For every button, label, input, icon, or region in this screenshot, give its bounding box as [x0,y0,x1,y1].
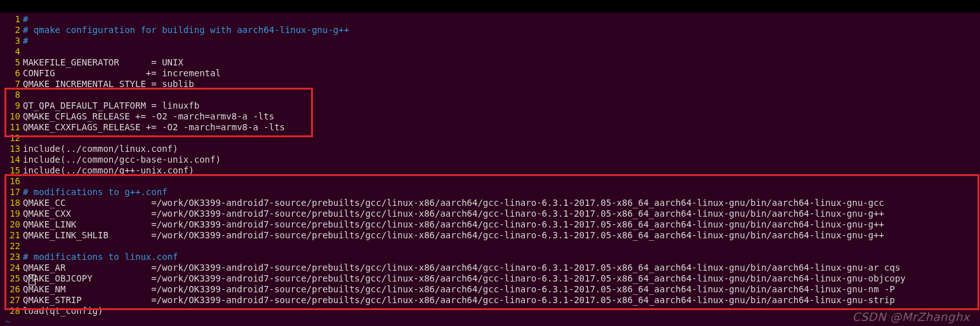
line-content[interactable]: QMAKE_CC =/work/OK3399-android7-source/p… [23,198,884,208]
line-number: 6 [0,68,23,79]
line-content[interactable]: include(../common/g++-unix.conf) [23,165,194,176]
code-line[interactable]: 26QMAKE_NM =/work/OK3399-android7-source… [0,284,980,295]
line-number: 4 [0,46,23,57]
line-number: 25 [0,273,23,284]
code-line[interactable]: 4 [0,46,980,57]
code-line[interactable]: 25QMAKE_OBJCOPY =/work/OK3399-android7-s… [0,273,980,284]
code-line[interactable]: 20QMAKE_LINK =/work/OK3399-android7-sour… [0,219,980,230]
line-number: 24 [0,262,23,273]
code-line[interactable]: 23# modifications to linux.conf [0,252,980,262]
line-content[interactable]: # modifications to linux.conf [23,252,178,262]
code-line[interactable]: 8 [0,90,980,100]
line-number: 2 [0,25,23,36]
line-number: 1 [0,14,23,25]
line-number: 10 [0,111,23,122]
line-content[interactable]: QMAKE_CFLAGS_RELEASE += -O2 -march=armv8… [23,111,274,122]
code-line[interactable]: 6CONFIG += incremental [0,68,980,79]
line-number: 17 [0,187,23,198]
code-line[interactable]: 22 [0,241,980,252]
line-number: 28 [0,306,23,316]
line-content[interactable]: # modifications to g++.conf [23,187,168,198]
line-number: 8 [0,90,23,100]
code-line[interactable]: 19QMAKE_CXX =/work/OK3399-android7-sourc… [0,208,980,219]
line-number: 27 [0,295,23,306]
line-content[interactable]: QMAKE_INCREMENTAL_STYLE = sublib [23,79,194,90]
line-content[interactable]: include(../common/linux.conf) [23,144,178,154]
line-number: 13 [0,144,23,154]
line-content[interactable]: QMAKE_CXXFLAGS_RELEASE += -O2 -march=arm… [23,122,285,133]
line-content[interactable]: QMAKE_NM =/work/OK3399-android7-source/p… [23,284,895,295]
line-content[interactable]: QT_QPA_DEFAULT_PLATFORM = linuxfb [23,100,199,111]
line-number: 16 [0,176,23,187]
code-line[interactable]: 5MAKEFILE_GENERATOR = UNIX [0,57,980,68]
line-content[interactable]: # qmake configuration for building with … [23,25,349,36]
line-number: 26 [0,284,23,295]
line-number: 18 [0,198,23,208]
code-line[interactable]: 10QMAKE_CFLAGS_RELEASE += -O2 -march=arm… [0,111,980,122]
line-content[interactable]: include(../common/gcc-base-unix.conf) [23,154,221,165]
code-line[interactable]: 2# qmake configuration for building with… [0,25,980,36]
line-number: 15 [0,165,23,176]
line-content[interactable]: QMAKE_OBJCOPY =/work/OK3399-android7-sou… [23,273,906,284]
line-number: 12 [0,133,23,144]
vim-tilde: ~ [0,316,980,326]
line-content[interactable]: # [23,36,28,46]
code-line[interactable]: 24QMAKE_AR =/work/OK3399-android7-source… [0,262,980,273]
code-line[interactable]: 13include(../common/linux.conf) [0,144,980,154]
editor-area[interactable]: 1#2# qmake configuration for building wi… [0,13,980,316]
line-number: 21 [0,230,23,241]
line-content[interactable]: load(qt_config) [23,306,103,316]
code-line[interactable]: 9QT_QPA_DEFAULT_PLATFORM = linuxfb [0,100,980,111]
line-number: 20 [0,219,23,230]
line-content[interactable]: QMAKE_LINK_SHLIB =/work/OK3399-android7-… [23,230,884,241]
code-line[interactable]: 27QMAKE_STRIP =/work/OK3399-android7-sou… [0,295,980,306]
code-line[interactable]: 11QMAKE_CXXFLAGS_RELEASE += -O2 -march=a… [0,122,980,133]
line-number: 5 [0,57,23,68]
code-line[interactable]: 21QMAKE_LINK_SHLIB =/work/OK3399-android… [0,230,980,241]
code-line[interactable]: 28load(qt_config) [0,306,980,316]
line-number: 7 [0,79,23,90]
code-line[interactable]: 1# [0,14,980,25]
code-line[interactable]: 12 [0,133,980,144]
line-content[interactable]: MAKEFILE_GENERATOR = UNIX [23,57,183,68]
line-number: 9 [0,100,23,111]
code-line[interactable]: 3# [0,36,980,46]
code-line[interactable]: 14include(../common/gcc-base-unix.conf) [0,154,980,165]
line-content[interactable]: # [23,14,28,25]
line-number: 22 [0,241,23,252]
line-content[interactable]: QMAKE_AR =/work/OK3399-android7-source/p… [23,262,900,273]
line-content[interactable]: QMAKE_LINK =/work/OK3399-android7-source… [23,219,884,230]
line-content[interactable]: CONFIG += incremental [23,68,221,79]
line-number: 11 [0,122,23,133]
code-line[interactable]: 15include(../common/g++-unix.conf) [0,165,980,176]
line-number: 19 [0,208,23,219]
window-titlebar [0,0,980,13]
code-line[interactable]: 17# modifications to g++.conf [0,187,980,198]
line-number: 3 [0,36,23,46]
line-content[interactable]: QMAKE_STRIP =/work/OK3399-android7-sourc… [23,295,895,306]
line-number: 14 [0,154,23,165]
code-line[interactable]: 7QMAKE_INCREMENTAL_STYLE = sublib [0,79,980,90]
code-line[interactable]: 16 [0,176,980,187]
line-content[interactable]: QMAKE_CXX =/work/OK3399-android7-source/… [23,208,884,219]
line-number: 23 [0,252,23,262]
code-line[interactable]: 18QMAKE_CC =/work/OK3399-android7-source… [0,198,980,208]
